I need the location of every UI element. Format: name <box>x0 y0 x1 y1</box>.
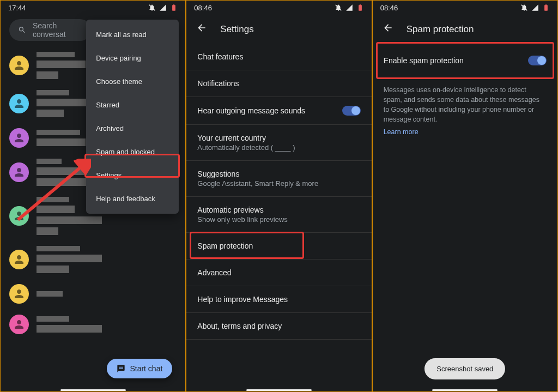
enable-spam-label: Enable spam protection <box>384 56 464 65</box>
learn-more-link[interactable]: Learn more <box>373 128 557 136</box>
signal-icon <box>531 4 539 11</box>
setting-label: Notifications <box>197 79 239 88</box>
page-header: Settings <box>186 15 371 44</box>
redacted-preview <box>37 246 102 273</box>
setting-label: Hear outgoing message sounds <box>197 106 305 115</box>
fab-label: Start chat <box>130 364 162 373</box>
back-button[interactable] <box>383 22 393 36</box>
page-title: Spam protection <box>407 24 474 35</box>
chat-row[interactable] <box>1 240 185 279</box>
setting-sub: Show only web link previews <box>197 215 287 224</box>
menu-item-starred[interactable]: Starred <box>86 93 179 117</box>
setting-notifications[interactable]: Notifications <box>186 70 371 97</box>
setting-help-to-improve-messages[interactable]: Help to improve Messages <box>186 286 371 313</box>
avatar <box>9 284 29 304</box>
clock: 17:44 <box>8 4 26 12</box>
setting-spam-protection[interactable]: Spam protection <box>186 233 371 260</box>
red-arrow <box>15 159 91 224</box>
setting-label: Suggestions <box>197 170 318 178</box>
dnd-icon <box>335 4 342 11</box>
redacted-preview <box>37 316 102 333</box>
avatar <box>9 128 29 148</box>
redacted-preview <box>37 130 86 146</box>
setting-sub: Automatically detected ( ____ ) <box>197 143 295 152</box>
dnd-icon <box>520 4 528 11</box>
battery-icon <box>356 4 364 11</box>
search-placeholder: Search conversat <box>33 21 82 39</box>
status-icons <box>520 4 550 11</box>
redacted-preview <box>37 291 63 297</box>
toggle-switch[interactable] <box>528 56 547 65</box>
avatar <box>9 250 29 269</box>
svg-line-0 <box>18 164 84 220</box>
signal-icon <box>345 4 353 11</box>
avatar <box>9 94 29 113</box>
setting-automatic-previews[interactable]: Automatic previewsShow only web link pre… <box>186 197 371 233</box>
search-icon <box>18 25 26 35</box>
chat-icon <box>117 364 125 373</box>
setting-label: Automatic previews <box>197 206 287 214</box>
chat-row[interactable] <box>1 279 185 309</box>
overflow-menu: Mark all as readDevice pairingChoose the… <box>86 20 179 214</box>
nav-bar[interactable] <box>432 389 498 391</box>
battery-icon <box>542 4 550 11</box>
chat-row[interactable] <box>1 309 185 340</box>
dnd-icon <box>148 4 156 11</box>
setting-sub: Google Assistant, Smart Reply & more <box>197 179 318 188</box>
enable-spam-toggle-row[interactable]: Enable spam protection <box>373 44 557 77</box>
menu-item-help-and-feedback[interactable]: Help and feedback <box>86 187 179 210</box>
back-button[interactable] <box>196 22 207 36</box>
avatar <box>9 315 29 334</box>
nav-bar[interactable] <box>60 389 126 391</box>
menu-item-spam-and-blocked[interactable]: Spam and blocked <box>86 140 179 164</box>
menu-item-choose-theme[interactable]: Choose theme <box>86 70 179 93</box>
setting-label: Your current country <box>197 134 295 142</box>
status-icons <box>148 4 178 11</box>
toast: Screenshot saved <box>424 358 505 379</box>
setting-label: Chat features <box>197 52 243 61</box>
page-title: Settings <box>220 24 253 35</box>
menu-item-mark-all-as-read[interactable]: Mark all as read <box>86 23 179 46</box>
battery-icon <box>170 4 178 11</box>
menu-item-archived[interactable]: Archived <box>86 117 179 140</box>
setting-suggestions[interactable]: SuggestionsGoogle Assistant, Smart Reply… <box>186 161 371 197</box>
toggle-switch[interactable] <box>342 106 361 116</box>
status-bar: 17:44 <box>1 1 185 15</box>
setting-label: Advanced <box>197 268 231 277</box>
settings-list: Chat featuresNotificationsHear outgoing … <box>186 44 371 340</box>
setting-your-current-country[interactable]: Your current countryAutomatically detect… <box>186 125 371 161</box>
start-chat-fab[interactable]: Start chat <box>107 359 172 378</box>
status-bar: 08:46 <box>373 1 557 15</box>
menu-item-settings[interactable]: Settings <box>86 164 179 187</box>
setting-about-terms-and-privacy[interactable]: About, terms and privacy <box>186 313 371 340</box>
setting-chat-features[interactable]: Chat features <box>186 44 371 70</box>
page-header: Spam protection <box>373 15 557 44</box>
search-input[interactable]: Search conversat <box>9 19 91 41</box>
nav-bar[interactable] <box>246 389 312 391</box>
setting-advanced[interactable]: Advanced <box>186 260 371 286</box>
status-icons <box>335 4 364 11</box>
clock: 08:46 <box>194 4 212 12</box>
phone-screen-1: 17:44 Search conversat Mark all as readD… <box>0 0 186 392</box>
setting-label: Spam protection <box>197 242 253 250</box>
avatar <box>9 56 29 75</box>
menu-item-device-pairing[interactable]: Device pairing <box>86 46 179 70</box>
clock: 08:46 <box>380 4 398 12</box>
setting-label: About, terms and privacy <box>197 322 282 330</box>
redacted-preview <box>37 52 86 79</box>
status-bar: 08:46 <box>186 1 371 15</box>
signal-icon <box>159 4 167 11</box>
setting-label: Help to improve Messages <box>197 295 288 304</box>
spam-description: Messages uses on-device intelligence to … <box>373 77 557 128</box>
phone-screen-2: 08:46 Settings Chat featuresNotification… <box>186 0 372 392</box>
setting-hear-outgoing-message-sounds[interactable]: Hear outgoing message sounds <box>186 97 371 125</box>
phone-screen-3: 08:46 Spam protection Enable spam protec… <box>372 0 558 392</box>
